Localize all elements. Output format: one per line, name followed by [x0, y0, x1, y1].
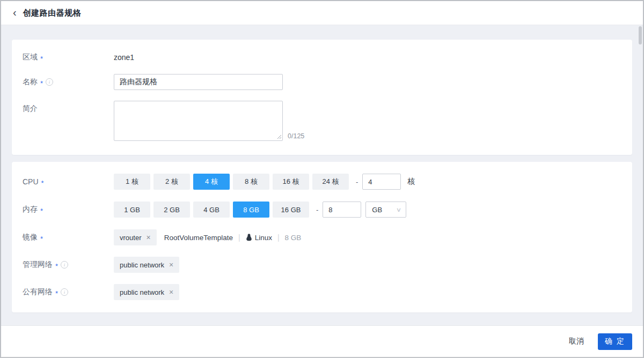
- cancel-button[interactable]: 取消: [569, 337, 584, 346]
- cpu-label-group: CPU *: [23, 174, 114, 190]
- required-asterisk: *: [40, 55, 43, 63]
- page-header: ‹ 创建路由器规格: [1, 1, 643, 25]
- image-tag-label: vrouter: [120, 234, 141, 242]
- management-network-label-group: 管理网络 * i: [23, 257, 114, 273]
- image-label: 镜像: [23, 233, 38, 242]
- cpu-option-24[interactable]: 24 核: [312, 174, 349, 190]
- image-meta: RootVolumeTemplate | Linux | 8 GB: [164, 233, 302, 242]
- cpu-row: CPU * 1 核 2 核 4 核 8 核 16 核 24 核 - 核: [23, 174, 621, 190]
- name-label: 名称: [23, 77, 38, 87]
- memory-option-4gb[interactable]: 4 GB: [193, 202, 230, 218]
- memory-row: 内存 * 1 GB 2 GB 4 GB 8 GB 16 GB - GB ∨: [23, 202, 621, 218]
- cpu-option-16[interactable]: 16 核: [273, 174, 309, 190]
- memory-option-2gb[interactable]: 2 GB: [153, 202, 190, 218]
- public-network-tag-label: public network: [120, 288, 164, 296]
- description-textarea[interactable]: [114, 101, 283, 141]
- image-label-group: 镜像 *: [23, 229, 114, 245]
- memory-custom-input[interactable]: [323, 202, 361, 218]
- image-row: 镜像 * vrouter × RootVolumeTemplate |: [23, 229, 621, 245]
- divider: |: [238, 233, 240, 242]
- memory-option-1gb[interactable]: 1 GB: [114, 202, 150, 218]
- name-label-group: 名称 * i: [23, 74, 114, 90]
- cpu-option-1[interactable]: 1 核: [114, 174, 150, 190]
- memory-option-8gb-selected[interactable]: 8 GB: [233, 202, 269, 218]
- char-counter: 0/125: [288, 132, 304, 141]
- required-asterisk: *: [40, 79, 43, 87]
- memory-option-16gb[interactable]: 16 GB: [273, 202, 309, 218]
- memory-unit-select[interactable]: GB ∨: [365, 202, 406, 218]
- cpu-label: CPU: [23, 177, 39, 186]
- memory-options: 1 GB 2 GB 4 GB 8 GB 16 GB - GB ∨: [114, 202, 406, 218]
- cpu-unit-label: 核: [407, 177, 415, 187]
- cpu-option-4-selected[interactable]: 4 核: [193, 174, 230, 190]
- required-asterisk: *: [40, 207, 43, 215]
- image-platform: Linux: [246, 234, 272, 242]
- chevron-down-icon: ∨: [396, 206, 401, 213]
- public-network-label: 公有网络: [23, 287, 53, 297]
- info-icon[interactable]: i: [46, 78, 53, 86]
- management-network-tag: public network ×: [114, 257, 179, 273]
- config-panel: CPU * 1 核 2 核 4 核 8 核 16 核 24 核 - 核 内存: [12, 162, 632, 312]
- management-network-value-wrap: public network ×: [114, 257, 179, 273]
- name-input[interactable]: [114, 74, 283, 90]
- zone-label-group: 区域 *: [23, 49, 114, 65]
- cpu-options: 1 核 2 核 4 核 8 核 16 核 24 核 - 核: [114, 174, 415, 190]
- required-asterisk: *: [55, 262, 58, 270]
- create-router-offering-page: ‹ 创建路由器规格 区域 * zone1 名称 * i: [0, 0, 644, 358]
- form-content: 区域 * zone1 名称 * i 简介: [1, 25, 643, 325]
- zone-row: 区域 * zone1: [23, 49, 621, 65]
- close-icon[interactable]: ×: [169, 261, 173, 268]
- public-network-tag: public network ×: [114, 284, 179, 300]
- linux-penguin-icon: [246, 234, 252, 241]
- description-label: 简介: [23, 104, 38, 114]
- management-network-label: 管理网络: [23, 260, 53, 270]
- image-value-wrap: vrouter × RootVolumeTemplate | Linux |: [114, 229, 301, 245]
- range-dash: -: [316, 206, 318, 214]
- divider: |: [277, 233, 280, 242]
- back-icon[interactable]: ‹: [13, 7, 17, 18]
- image-template-name: RootVolumeTemplate: [164, 234, 233, 242]
- image-platform-label: Linux: [255, 234, 272, 242]
- cpu-option-2[interactable]: 2 核: [153, 174, 190, 190]
- image-size: 8 GB: [285, 234, 302, 242]
- management-network-row: 管理网络 * i public network ×: [23, 257, 621, 273]
- image-tag: vrouter ×: [114, 229, 157, 245]
- zone-label: 区域: [23, 53, 38, 62]
- description-row: 简介 0/125: [23, 101, 621, 141]
- range-dash: -: [356, 178, 358, 186]
- close-icon[interactable]: ×: [146, 234, 150, 241]
- scrollbar-thumb[interactable]: [639, 26, 642, 44]
- management-network-tag-label: public network: [120, 261, 164, 269]
- description-label-group: 简介: [23, 101, 114, 117]
- name-input-wrap: [114, 74, 283, 90]
- memory-label: 内存: [23, 205, 38, 214]
- close-icon[interactable]: ×: [169, 288, 173, 296]
- basic-info-panel: 区域 * zone1 名称 * i 简介: [12, 40, 632, 155]
- cpu-option-8[interactable]: 8 核: [233, 174, 269, 190]
- footer-bar: 取消 确 定: [1, 325, 643, 357]
- required-asterisk: *: [41, 179, 44, 187]
- zone-value-wrap: zone1: [114, 49, 134, 65]
- required-asterisk: *: [40, 235, 43, 243]
- info-icon[interactable]: i: [61, 261, 68, 268]
- name-row: 名称 * i: [23, 74, 621, 90]
- public-network-row: 公有网络 * i public network ×: [23, 284, 621, 300]
- memory-label-group: 内存 *: [23, 202, 114, 218]
- public-network-label-group: 公有网络 * i: [23, 284, 114, 300]
- required-asterisk: *: [55, 289, 58, 297]
- info-icon[interactable]: i: [61, 288, 68, 296]
- page-title: 创建路由器规格: [23, 8, 82, 18]
- public-network-value-wrap: public network ×: [114, 284, 179, 300]
- confirm-button[interactable]: 确 定: [598, 333, 632, 350]
- description-input-wrap: 0/125: [114, 101, 304, 141]
- memory-unit-value: GB: [372, 206, 382, 214]
- cpu-custom-input[interactable]: [362, 174, 401, 190]
- zone-value: zone1: [114, 53, 134, 62]
